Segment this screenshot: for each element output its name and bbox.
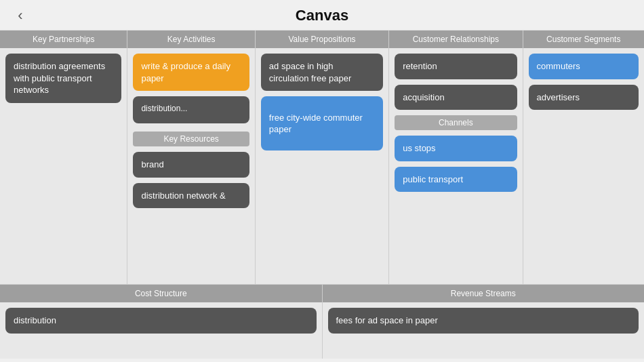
col-customer-relationships: Customer Relationships retention acquisi…: [389, 31, 523, 284]
col-key-activities-header: Key Activities: [127, 31, 254, 48]
card-commuters[interactable]: commuters: [529, 54, 639, 79]
col-key-partnerships: Key Partnerships distribution agreements…: [0, 31, 127, 284]
main-area: Key Partnerships distribution agreements…: [0, 31, 644, 359]
card-ad-space[interactable]: ad space in high circulation free paper: [261, 54, 383, 91]
channels-label: Channels: [395, 115, 517, 130]
col-value-props-header: Value Propositions: [256, 31, 388, 48]
card-fees-ad-space[interactable]: fees for ad space in paper: [328, 308, 639, 334]
back-button[interactable]: ‹: [11, 6, 30, 25]
cost-structure-col: Cost Structure distribution: [0, 285, 323, 359]
col-value-propositions: Value Propositions ad space in high circ…: [256, 31, 389, 284]
card-distribution-cost[interactable]: distribution: [5, 308, 317, 334]
card-public-transport[interactable]: public transport: [395, 167, 517, 193]
revenue-streams-col: Revenue Streams fees for ad space in pap…: [323, 285, 645, 359]
card-distribution-agreements[interactable]: distribution agreements with public tran…: [5, 54, 121, 103]
col-customer-rel-header: Customer Relationships: [389, 31, 522, 48]
canvas-grid: Key Partnerships distribution agreements…: [0, 31, 644, 284]
card-retention[interactable]: retention: [395, 54, 517, 79]
cost-structure-header: Cost Structure: [0, 285, 322, 302]
back-arrow-icon: ‹: [18, 8, 22, 23]
col-customer-seg-header: Customer Segments: [523, 31, 644, 48]
revenue-streams-header: Revenue Streams: [323, 285, 645, 302]
col-customer-segments: Customer Segments commuters advertisers: [523, 31, 644, 284]
card-free-city-wide[interactable]: free city-wide commuter paper: [261, 96, 383, 150]
col-key-partnerships-header: Key Partnerships: [0, 31, 127, 48]
card-brand[interactable]: brand: [133, 152, 249, 178]
card-acquisition[interactable]: acquisition: [395, 85, 517, 110]
col-key-activities: Key Activities write & produce a daily p…: [127, 31, 255, 284]
card-advertisers[interactable]: advertisers: [529, 85, 639, 110]
card-distribution-network[interactable]: distribution network &: [133, 183, 249, 209]
bottom-section: Cost Structure distribution Revenue Stre…: [0, 284, 644, 359]
card-us-stops[interactable]: us stops: [395, 136, 517, 161]
page-title: Canvas: [296, 7, 348, 24]
key-resources-label: Key Resources: [133, 132, 249, 146]
card-distribution-partial[interactable]: distribution...: [133, 96, 249, 123]
card-write-produce[interactable]: write & produce a daily paper: [133, 54, 249, 91]
header: ‹ Canvas: [0, 0, 644, 31]
